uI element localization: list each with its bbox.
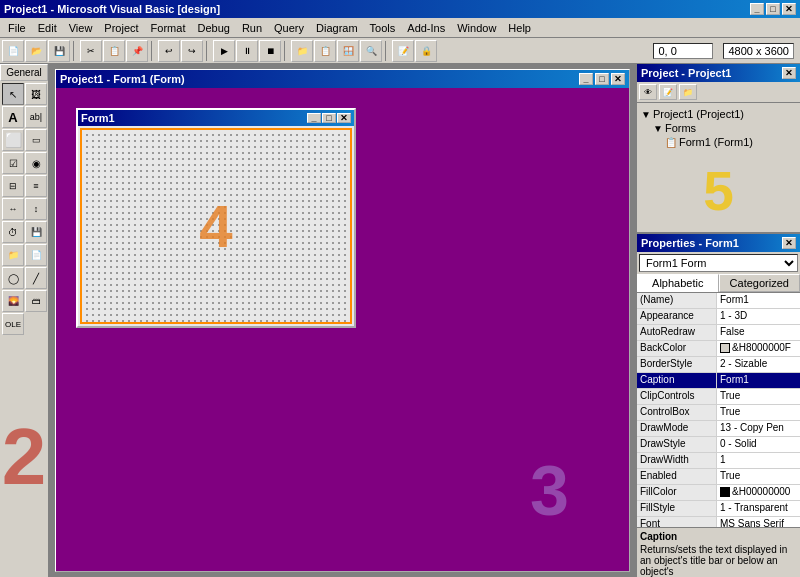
prop-value: MS Sans Serif [717, 517, 800, 527]
tb-menu[interactable]: 📝 [392, 40, 414, 62]
menu-run[interactable]: Run [236, 20, 268, 36]
menu-format[interactable]: Format [145, 20, 192, 36]
mdi-minimize[interactable]: _ [579, 73, 593, 85]
menu-tools[interactable]: Tools [364, 20, 402, 36]
project-close[interactable]: ✕ [782, 67, 796, 79]
tb-pause[interactable]: ⏸ [236, 40, 258, 62]
tb-copy[interactable]: 📋 [103, 40, 125, 62]
prop-row-font[interactable]: FontMS Sans Serif [637, 517, 800, 527]
form1-restore[interactable]: □ [322, 113, 336, 123]
prop-row-enabled[interactable]: EnabledTrue [637, 469, 800, 485]
prop-row-drawstyle[interactable]: DrawStyle0 - Solid [637, 437, 800, 453]
prop-value: 1 - Transparent [717, 501, 800, 516]
prop-row-appearance[interactable]: Appearance1 - 3D [637, 309, 800, 325]
maximize-button[interactable]: □ [766, 3, 780, 15]
prop-row-backcolor[interactable]: BackColor&H8000000F [637, 341, 800, 357]
tree-project-label: Project1 (Project1) [653, 108, 744, 120]
proj-view-code[interactable]: 📝 [659, 84, 677, 100]
proj-toggle-folders[interactable]: 📁 [679, 84, 697, 100]
tool-checkbox[interactable]: ☑ [2, 152, 24, 174]
menu-addins[interactable]: Add-Ins [401, 20, 451, 36]
tb-cut[interactable]: ✂ [80, 40, 102, 62]
tool-radio[interactable]: ◉ [25, 152, 47, 174]
prop-row-autoredraw[interactable]: AutoRedrawFalse [637, 325, 800, 341]
menu-diagram[interactable]: Diagram [310, 20, 364, 36]
prop-row-name[interactable]: (Name)Form1 [637, 293, 800, 309]
tool-textbox[interactable]: ab| [25, 106, 47, 128]
prop-row-caption[interactable]: CaptionForm1 [637, 373, 800, 389]
tb-paste[interactable]: 📌 [126, 40, 148, 62]
prop-name: DrawWidth [637, 453, 717, 468]
tool-filelistbox[interactable]: 📄 [25, 244, 47, 266]
prop-name: BackColor [637, 341, 717, 356]
tool-ole[interactable]: OLE [2, 313, 24, 335]
menu-file[interactable]: File [2, 20, 32, 36]
prop-row-fillcolor[interactable]: FillColor&H00000000 [637, 485, 800, 501]
tb-props[interactable]: 📋 [314, 40, 336, 62]
close-button[interactable]: ✕ [782, 3, 796, 15]
tool-command[interactable]: ▭ [25, 129, 47, 151]
tool-listbox[interactable]: ≡ [25, 175, 47, 197]
prop-row-controlbox[interactable]: ControlBoxTrue [637, 405, 800, 421]
main-layout: General ↖ 🖼 A ab| ⬜ ▭ ☑ ◉ ⊟ ≡ ↔ ↕ ⏱ 💾 📁 … [0, 64, 800, 577]
tb-lock[interactable]: 🔒 [415, 40, 437, 62]
menu-debug[interactable]: Debug [191, 20, 235, 36]
tb-run[interactable]: ▶ [213, 40, 235, 62]
tool-dirlistbox[interactable]: 📁 [2, 244, 24, 266]
toolbox-header[interactable]: General [0, 64, 48, 81]
prop-row-drawmode[interactable]: DrawMode13 - Copy Pen [637, 421, 800, 437]
prop-row-clipcontrols[interactable]: ClipControlsTrue [637, 389, 800, 405]
tb-open[interactable]: 📂 [25, 40, 47, 62]
tool-shape[interactable]: ◯ [2, 267, 24, 289]
tool-image[interactable]: 🌄 [2, 290, 24, 312]
mdi-restore[interactable]: □ [595, 73, 609, 85]
tree-project-root[interactable]: ▼ Project1 (Project1) [641, 107, 796, 121]
tool-hscroll[interactable]: ↔ [2, 198, 24, 220]
menu-project[interactable]: Project [98, 20, 144, 36]
minimize-button[interactable]: _ [750, 3, 764, 15]
tree-forms-folder[interactable]: ▼ Forms [641, 121, 796, 135]
tool-frame[interactable]: ⬜ [2, 129, 24, 151]
form1-close[interactable]: ✕ [337, 113, 351, 123]
tb-redo[interactable]: ↪ [181, 40, 203, 62]
menu-view[interactable]: View [63, 20, 99, 36]
toolbar: 📄 📂 💾 ✂ 📋 📌 ↩ ↪ ▶ ⏸ ⏹ 📁 📋 🪟 🔍 📝 🔒 0, 0 4… [0, 38, 800, 64]
prop-row-drawwidth[interactable]: DrawWidth1 [637, 453, 800, 469]
menu-query[interactable]: Query [268, 20, 310, 36]
tb-stop[interactable]: ⏹ [259, 40, 281, 62]
menu-edit[interactable]: Edit [32, 20, 63, 36]
proj-view-object[interactable]: 👁 [639, 84, 657, 100]
properties-object-select[interactable]: Form1 Form [639, 254, 798, 272]
tool-label[interactable]: A [2, 106, 24, 128]
tb-save[interactable]: 💾 [48, 40, 70, 62]
tool-line[interactable]: ╱ [25, 267, 47, 289]
menu-window[interactable]: Window [451, 20, 502, 36]
form1-minimize[interactable]: _ [307, 113, 321, 123]
tool-combobox[interactable]: ⊟ [2, 175, 24, 197]
form1-window[interactable]: Form1 _ □ ✕ 4 [76, 108, 356, 328]
tree-form-icon: 📋 [665, 137, 677, 148]
properties-close[interactable]: ✕ [782, 237, 796, 249]
tb-objbrowse[interactable]: 🔍 [360, 40, 382, 62]
tab-alphabetic[interactable]: Alphabetic [637, 274, 719, 292]
tree-form1[interactable]: 📋 Form1 (Form1) [641, 135, 796, 149]
prop-row-fillstyle[interactable]: FillStyle1 - Transparent [637, 501, 800, 517]
tool-vscroll[interactable]: ↕ [25, 198, 47, 220]
tool-drivelistbox[interactable]: 💾 [25, 221, 47, 243]
tool-pointer[interactable]: ↖ [2, 83, 24, 105]
prop-row-borderstyle[interactable]: BorderStyle2 - Sizable [637, 357, 800, 373]
tool-timer[interactable]: ⏱ [2, 221, 24, 243]
tool-picture[interactable]: 🖼 [25, 83, 47, 105]
menu-help[interactable]: Help [502, 20, 537, 36]
tab-categorized[interactable]: Categorized [719, 274, 801, 292]
mdi-close[interactable]: ✕ [611, 73, 625, 85]
designer-area[interactable]: Project1 - Form1 (Form) _ □ ✕ 3 Form1 _ [50, 64, 635, 577]
tb-new[interactable]: 📄 [2, 40, 24, 62]
form1-body[interactable]: 4 [78, 126, 354, 326]
size-display: 4800 x 3600 [723, 43, 794, 59]
tb-projexp[interactable]: 📁 [291, 40, 313, 62]
tb-form[interactable]: 🪟 [337, 40, 359, 62]
tb-undo[interactable]: ↩ [158, 40, 180, 62]
prop-name: AutoRedraw [637, 325, 717, 340]
tool-data[interactable]: 🗃 [25, 290, 47, 312]
